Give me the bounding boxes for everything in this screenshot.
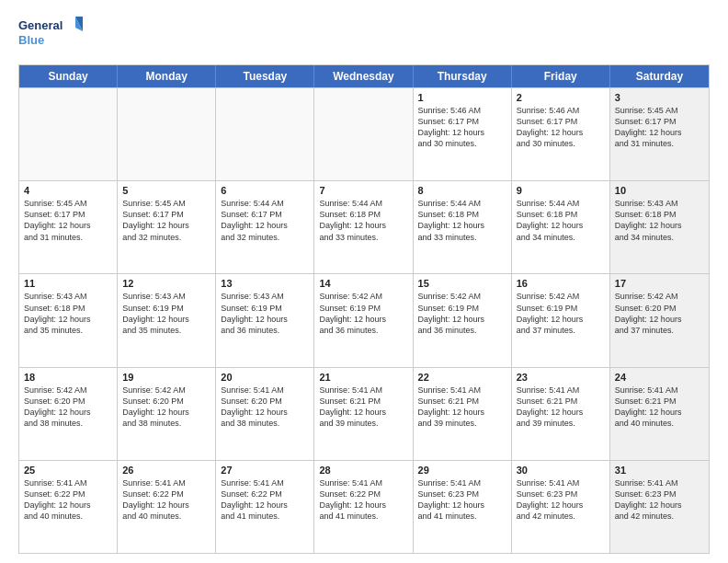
cell-info: Sunrise: 5:42 AMSunset: 6:19 PMDaylight:… [418, 291, 506, 336]
day-number: 19 [122, 372, 210, 383]
cell-info: Sunrise: 5:46 AMSunset: 6:17 PMDaylight:… [517, 105, 605, 150]
calendar-cell: 24Sunrise: 5:41 AMSunset: 6:21 PMDayligh… [610, 368, 709, 460]
calendar-cell: 7Sunrise: 5:44 AMSunset: 6:18 PMDaylight… [314, 181, 413, 273]
calendar-cell: 19Sunrise: 5:42 AMSunset: 6:20 PMDayligh… [118, 368, 216, 460]
day-number: 7 [319, 185, 407, 196]
calendar-cell: 31Sunrise: 5:41 AMSunset: 6:23 PMDayligh… [610, 461, 709, 553]
day-number: 20 [221, 372, 309, 383]
day-number: 10 [615, 185, 704, 196]
cell-info: Sunrise: 5:41 AMSunset: 6:21 PMDaylight:… [615, 385, 704, 430]
cell-info: Sunrise: 5:41 AMSunset: 6:22 PMDaylight:… [122, 477, 210, 523]
day-number: 4 [24, 185, 112, 196]
calendar-cell: 29Sunrise: 5:41 AMSunset: 6:23 PMDayligh… [414, 461, 512, 553]
day-number: 23 [517, 372, 605, 383]
calendar-header: SundayMondayTuesdayWednesdayThursdayFrid… [19, 65, 709, 87]
calendar-row: 18Sunrise: 5:42 AMSunset: 6:20 PMDayligh… [19, 367, 709, 460]
calendar-row: 25Sunrise: 5:41 AMSunset: 6:22 PMDayligh… [19, 460, 709, 553]
cell-info: Sunrise: 5:44 AMSunset: 6:18 PMDaylight:… [319, 198, 407, 243]
cell-info: Sunrise: 5:43 AMSunset: 6:19 PMDaylight:… [122, 291, 210, 336]
weekday-header: Friday [512, 65, 610, 87]
calendar-cell: 3Sunrise: 5:45 AMSunset: 6:17 PMDaylight… [610, 88, 709, 180]
cell-info: Sunrise: 5:42 AMSunset: 6:20 PMDaylight:… [615, 291, 704, 336]
cell-info: Sunrise: 5:41 AMSunset: 6:23 PMDaylight:… [418, 477, 506, 523]
day-number: 16 [517, 278, 605, 289]
cell-info: Sunrise: 5:41 AMSunset: 6:21 PMDaylight:… [319, 385, 407, 430]
calendar-cell: 22Sunrise: 5:41 AMSunset: 6:21 PMDayligh… [414, 368, 512, 460]
day-number: 30 [517, 465, 605, 476]
weekday-header: Thursday [414, 65, 512, 87]
cell-info: Sunrise: 5:45 AMSunset: 6:17 PMDaylight:… [24, 198, 112, 243]
calendar-cell: 11Sunrise: 5:43 AMSunset: 6:18 PMDayligh… [19, 274, 118, 366]
calendar-cell: 2Sunrise: 5:46 AMSunset: 6:17 PMDaylight… [512, 88, 610, 180]
calendar-cell: 20Sunrise: 5:41 AMSunset: 6:20 PMDayligh… [216, 368, 314, 460]
day-number: 24 [615, 372, 704, 383]
cell-info: Sunrise: 5:41 AMSunset: 6:22 PMDaylight:… [221, 477, 309, 523]
day-number: 12 [122, 278, 210, 289]
weekday-header: Tuesday [216, 65, 314, 87]
day-number: 9 [517, 185, 605, 196]
calendar-cell: 6Sunrise: 5:44 AMSunset: 6:17 PMDaylight… [216, 181, 314, 273]
cell-info: Sunrise: 5:45 AMSunset: 6:17 PMDaylight:… [615, 105, 704, 150]
calendar-cell: 23Sunrise: 5:41 AMSunset: 6:21 PMDayligh… [512, 368, 610, 460]
day-number: 15 [418, 278, 506, 289]
calendar-cell: 5Sunrise: 5:45 AMSunset: 6:17 PMDaylight… [118, 181, 216, 273]
cell-info: Sunrise: 5:41 AMSunset: 6:23 PMDaylight:… [517, 477, 605, 523]
day-number: 1 [418, 92, 506, 103]
cell-info: Sunrise: 5:44 AMSunset: 6:18 PMDaylight:… [517, 198, 605, 243]
calendar-row: 1Sunrise: 5:46 AMSunset: 6:17 PMDaylight… [19, 87, 709, 180]
cell-info: Sunrise: 5:41 AMSunset: 6:21 PMDaylight:… [517, 385, 605, 430]
calendar-cell: 17Sunrise: 5:42 AMSunset: 6:20 PMDayligh… [610, 274, 709, 366]
svg-text:General: General [18, 18, 63, 32]
calendar-cell [19, 88, 118, 180]
cell-info: Sunrise: 5:42 AMSunset: 6:20 PMDaylight:… [24, 385, 112, 430]
weekday-header: Saturday [610, 65, 709, 87]
cell-info: Sunrise: 5:44 AMSunset: 6:17 PMDaylight:… [221, 198, 309, 243]
day-number: 11 [24, 278, 112, 289]
calendar-row: 4Sunrise: 5:45 AMSunset: 6:17 PMDaylight… [19, 180, 709, 273]
cell-info: Sunrise: 5:41 AMSunset: 6:22 PMDaylight:… [319, 477, 407, 523]
weekday-header: Monday [118, 65, 216, 87]
page: General Blue SundayMondayTuesdayWednesda… [0, 0, 728, 563]
calendar-cell [118, 88, 216, 180]
calendar-row: 11Sunrise: 5:43 AMSunset: 6:18 PMDayligh… [19, 273, 709, 366]
cell-info: Sunrise: 5:42 AMSunset: 6:19 PMDaylight:… [517, 291, 605, 336]
calendar-cell [314, 88, 413, 180]
calendar-cell: 12Sunrise: 5:43 AMSunset: 6:19 PMDayligh… [118, 274, 216, 366]
calendar-cell: 15Sunrise: 5:42 AMSunset: 6:19 PMDayligh… [414, 274, 512, 366]
day-number: 3 [615, 92, 704, 103]
header: General Blue [18, 15, 710, 55]
day-number: 5 [122, 185, 210, 196]
calendar-cell: 13Sunrise: 5:43 AMSunset: 6:19 PMDayligh… [216, 274, 314, 366]
day-number: 31 [615, 465, 704, 476]
calendar-cell: 27Sunrise: 5:41 AMSunset: 6:22 PMDayligh… [216, 461, 314, 553]
calendar-cell: 25Sunrise: 5:41 AMSunset: 6:22 PMDayligh… [19, 461, 118, 553]
calendar-cell: 4Sunrise: 5:45 AMSunset: 6:17 PMDaylight… [19, 181, 118, 273]
day-number: 28 [319, 465, 407, 476]
weekday-header: Wednesday [314, 65, 413, 87]
calendar-cell: 18Sunrise: 5:42 AMSunset: 6:20 PMDayligh… [19, 368, 118, 460]
calendar-cell: 8Sunrise: 5:44 AMSunset: 6:18 PMDaylight… [414, 181, 512, 273]
day-number: 26 [122, 465, 210, 476]
calendar-cell: 26Sunrise: 5:41 AMSunset: 6:22 PMDayligh… [118, 461, 216, 553]
calendar-cell: 28Sunrise: 5:41 AMSunset: 6:22 PMDayligh… [314, 461, 413, 553]
cell-info: Sunrise: 5:45 AMSunset: 6:17 PMDaylight:… [122, 198, 210, 243]
day-number: 27 [221, 465, 309, 476]
calendar-body: 1Sunrise: 5:46 AMSunset: 6:17 PMDaylight… [19, 87, 709, 553]
day-number: 21 [319, 372, 407, 383]
day-number: 18 [24, 372, 112, 383]
calendar-cell: 16Sunrise: 5:42 AMSunset: 6:19 PMDayligh… [512, 274, 610, 366]
cell-info: Sunrise: 5:43 AMSunset: 6:18 PMDaylight:… [24, 291, 112, 336]
cell-info: Sunrise: 5:41 AMSunset: 6:20 PMDaylight:… [221, 385, 309, 430]
weekday-header: Sunday [19, 65, 118, 87]
logo-svg: General Blue [18, 15, 83, 55]
day-number: 25 [24, 465, 112, 476]
calendar-cell: 21Sunrise: 5:41 AMSunset: 6:21 PMDayligh… [314, 368, 413, 460]
calendar-cell [216, 88, 314, 180]
calendar-cell: 14Sunrise: 5:42 AMSunset: 6:19 PMDayligh… [314, 274, 413, 366]
calendar-cell: 10Sunrise: 5:43 AMSunset: 6:18 PMDayligh… [610, 181, 709, 273]
day-number: 29 [418, 465, 506, 476]
cell-info: Sunrise: 5:41 AMSunset: 6:23 PMDaylight:… [615, 477, 704, 523]
calendar-cell: 30Sunrise: 5:41 AMSunset: 6:23 PMDayligh… [512, 461, 610, 553]
day-number: 2 [517, 92, 605, 103]
cell-info: Sunrise: 5:43 AMSunset: 6:18 PMDaylight:… [615, 198, 704, 243]
